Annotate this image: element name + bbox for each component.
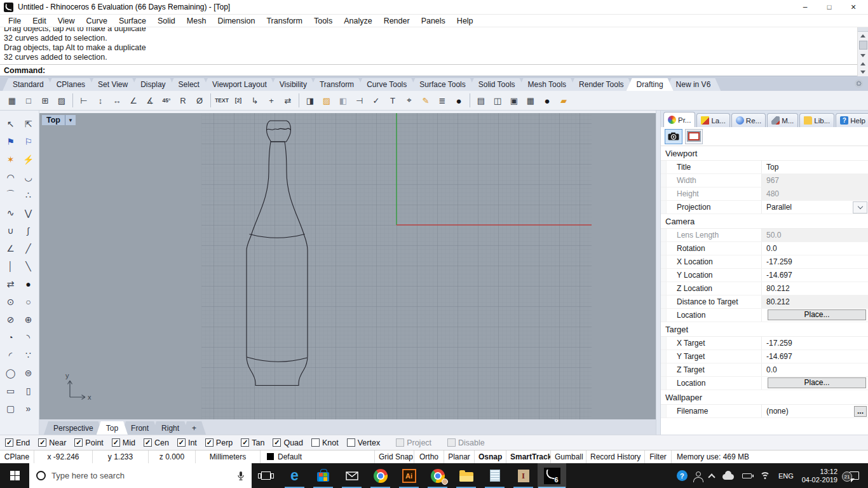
prop-value-x-target[interactable]: -17.259: [762, 337, 868, 349]
split-icon[interactable]: ⚐: [20, 133, 37, 151]
checkbox-icon[interactable]: [311, 438, 320, 447]
osnap-mid[interactable]: Mid: [112, 438, 135, 447]
taskbar-app-explorer[interactable]: [452, 463, 480, 488]
circle-2pt-icon[interactable]: ○: [20, 293, 37, 311]
panel-tab-materials[interactable]: M...: [767, 113, 798, 127]
checkbox-icon[interactable]: [177, 438, 186, 447]
osnap-knot[interactable]: Knot: [311, 438, 339, 447]
projection-dropdown-button[interactable]: [853, 201, 867, 214]
tray-overflow-icon[interactable]: [708, 473, 715, 480]
arc-center-icon[interactable]: ◔: [2, 329, 20, 346]
minimize-button[interactable]: –: [793, 0, 817, 14]
dim-vertical-icon[interactable]: ↕: [92, 92, 109, 109]
ellipse-diameter-icon[interactable]: ⊜: [20, 364, 37, 382]
taskbar-app-chrome-profile[interactable]: [423, 463, 452, 488]
checkbox-icon[interactable]: [347, 438, 355, 447]
checkbox-icon[interactable]: [241, 438, 249, 447]
text-edit-icon[interactable]: T: [384, 92, 401, 109]
checkbox-icon[interactable]: [74, 438, 83, 447]
tab-drafting[interactable]: Drafting: [627, 78, 674, 91]
spinner-up-icon[interactable]: [858, 60, 868, 68]
viewport-dropdown-icon[interactable]: ▼: [65, 115, 76, 125]
start-button[interactable]: [0, 463, 29, 488]
tab-visibility[interactable]: Visibility: [269, 78, 317, 91]
scrollbar-track[interactable]: [858, 40, 868, 51]
osnap-disable[interactable]: Disable: [447, 438, 485, 447]
taskbar-app-rhino[interactable]: 6: [538, 463, 566, 488]
annotate-edit-icon[interactable]: ✎: [417, 92, 434, 109]
status-y[interactable]: y 1.233: [93, 451, 149, 463]
dim-check-icon[interactable]: ✓: [368, 92, 384, 109]
notification-center-button[interactable]: 21: [850, 471, 859, 480]
taskbar-search[interactable]: Type here to search: [29, 463, 252, 488]
rectangle-icon[interactable]: ▭: [2, 382, 20, 400]
menu-edit[interactable]: Edit: [27, 17, 52, 25]
status-filter[interactable]: Filter: [645, 451, 672, 463]
point-marker-icon[interactable]: +: [263, 92, 280, 109]
page-hatch-icon[interactable]: ▨: [53, 92, 70, 109]
viewport-title-menu[interactable]: Top ▼: [42, 115, 76, 125]
status-ortho[interactable]: Ortho: [414, 451, 444, 463]
tab-new-in-v6[interactable]: New in V6: [666, 78, 721, 91]
curve-icon[interactable]: ◠: [2, 168, 20, 186]
tab-set-view[interactable]: Set View: [88, 78, 138, 91]
menu-render[interactable]: Render: [378, 17, 416, 25]
scroll-up-icon[interactable]: [858, 32, 868, 40]
menu-solid[interactable]: Solid: [152, 17, 181, 25]
menu-surface[interactable]: Surface: [113, 17, 152, 25]
smash-icon[interactable]: ⚡: [20, 151, 37, 168]
hatch-solid-icon[interactable]: ◧: [335, 92, 351, 109]
rectangle-3pt-icon[interactable]: ▯: [20, 382, 37, 400]
toolbar-gear-icon[interactable]: [855, 79, 863, 88]
camera-place-button[interactable]: Place...: [768, 309, 866, 320]
viewport-tab-perspective[interactable]: Perspective: [44, 421, 103, 435]
osnap-perp[interactable]: Perp: [205, 438, 233, 447]
render-sphere-icon[interactable]: ●: [451, 92, 467, 109]
command-prompt[interactable]: Command:: [0, 64, 857, 76]
tray-network-icon[interactable]: [760, 472, 770, 479]
dim-radius-icon[interactable]: R: [175, 92, 191, 109]
new-page-icon[interactable]: □: [20, 92, 37, 109]
status-z[interactable]: z 0.000: [149, 451, 196, 463]
vertical-line-icon[interactable]: │: [2, 257, 20, 275]
osnap-cen[interactable]: Cen: [144, 438, 169, 447]
sheet-grid-icon[interactable]: ▦: [522, 92, 539, 109]
page-add-icon[interactable]: ⊞: [37, 92, 53, 109]
box-display-icon[interactable]: ◫: [489, 92, 506, 109]
tab-surface-tools[interactable]: Surface Tools: [409, 78, 476, 91]
viewport-tab-top[interactable]: Top: [97, 421, 128, 435]
status-record-history[interactable]: Record History: [587, 451, 645, 463]
closed-curve-icon[interactable]: ◡: [20, 168, 37, 186]
checkbox-icon[interactable]: [205, 438, 214, 447]
viewport-title[interactable]: Top: [42, 115, 65, 125]
prop-value-y-location[interactable]: -14.697: [762, 269, 868, 281]
menu-file[interactable]: File: [3, 17, 27, 25]
tray-help-icon[interactable]: [677, 470, 688, 481]
dim-diameter-icon[interactable]: Ø: [191, 92, 208, 109]
block-icon[interactable]: ▣: [506, 92, 522, 109]
taskbar-app-store[interactable]: [309, 463, 337, 488]
dim-ordinate-icon[interactable]: ⇄: [280, 92, 296, 109]
splitter-handle-icon[interactable]: [858, 27, 868, 32]
status-units[interactable]: Millimeters: [196, 451, 261, 463]
menu-view[interactable]: View: [52, 17, 81, 25]
osnap-vertex[interactable]: Vertex: [347, 438, 380, 447]
control-points-icon[interactable]: ∴: [20, 186, 37, 204]
menu-dimension[interactable]: Dimension: [212, 17, 261, 25]
tray-clock[interactable]: 13:12 04-02-2019: [802, 468, 837, 484]
prop-value-z-target[interactable]: 0.0: [762, 363, 868, 376]
panel-splitter[interactable]: [656, 111, 661, 435]
circle-deformable-icon[interactable]: ⊕: [20, 311, 37, 329]
taskbar-app-edge[interactable]: e: [280, 463, 309, 488]
prop-value-title[interactable]: Top: [762, 161, 868, 173]
points-icon[interactable]: ∵: [20, 346, 37, 364]
taskbar-app-notepad[interactable]: [480, 463, 509, 488]
osnap-near[interactable]: Near: [38, 438, 66, 447]
status-gumball[interactable]: Gumball: [551, 451, 587, 463]
taskbar-app-illustrator[interactable]: Ai: [395, 463, 423, 488]
arc-blend-icon[interactable]: ⌒: [2, 186, 20, 204]
osnap-int[interactable]: Int: [177, 438, 197, 447]
sketch-icon[interactable]: ∿: [2, 204, 20, 222]
tab-render-tools[interactable]: Render Tools: [569, 78, 634, 91]
trim-icon[interactable]: ⚑: [2, 133, 20, 151]
